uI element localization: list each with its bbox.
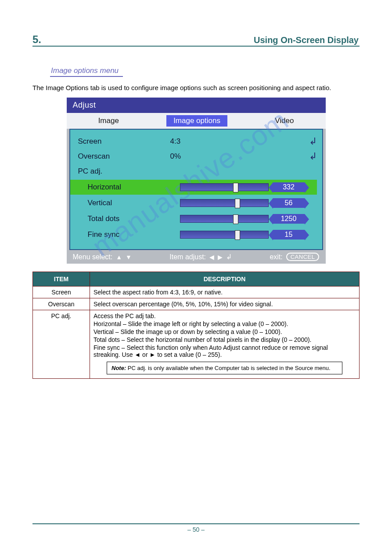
pcadj-desc-text: Access the PC adj tab. [94, 312, 356, 319]
osd-footer-item-adjust: Item adjust: ◀ ▶ ↲ [169, 253, 232, 261]
pcadj-sub-finesync: Fine sync – Select this function only wh… [94, 344, 356, 358]
slider-label: Horizontal [76, 183, 180, 192]
pcadj-sub-vertical: Vertical – Slide the image up or down by… [94, 328, 356, 335]
slider-cell: 15 [180, 230, 317, 239]
triangle-up-icon: ▲ [116, 254, 122, 261]
slider-track[interactable] [180, 199, 269, 207]
table-row: Overscan Select overscan percentage (0%,… [33, 298, 360, 310]
osd-window: Adjust Image Image options Video Screen … [67, 98, 326, 264]
pcadj-sublist: Horizontal – Slide the image left or rig… [94, 320, 356, 358]
menu-select-label: Menu select: [73, 253, 113, 261]
slider-value-badge: 15 [273, 230, 305, 239]
osd-panel: Screen 4:3 ↲ Overscan 0% ↲ PC adj. Horiz… [69, 129, 323, 250]
row-screen-name: Screen [33, 287, 90, 298]
slider-thumb[interactable] [233, 183, 238, 192]
osd-footer: Menu select: ▲ ▼ Item adjust: ◀ ▶ ↲ exit… [67, 250, 326, 264]
page-header: 5. Using On-Screen Display [32, 33, 360, 47]
slider-track[interactable] [180, 231, 269, 239]
item-adjust-label: Item adjust: [169, 253, 206, 261]
osd-footer-exit: exit: CANCEL [270, 253, 319, 261]
slider-thumb[interactable] [235, 199, 240, 208]
triangle-right-icon: ▶ [218, 254, 223, 261]
chapter-number: 5. [32, 33, 41, 46]
chapter-title: Using On-Screen Display [254, 35, 359, 45]
note-text: PC adj. is only available when the Compu… [128, 365, 331, 371]
row-pcadj-desc: Access the PC adj tab. Horizontal – Slid… [90, 310, 360, 379]
options-table: ITEM DESCRIPTION Screen Select the aspec… [32, 272, 360, 379]
triangle-down-icon: ▼ [126, 254, 132, 261]
page-number: – 50 – [32, 526, 360, 533]
slider-track[interactable] [180, 215, 269, 223]
slider-thumb[interactable] [235, 230, 240, 240]
osd-tab-image[interactable]: Image [91, 115, 126, 127]
osd-row-pcadj: PC adj. [76, 164, 317, 179]
osd-slider-row[interactable]: Fine sync15 [76, 227, 317, 242]
table-row: Screen Select the aspect ratio from 4:3,… [33, 287, 360, 298]
enter-icon: ↲ [297, 136, 317, 147]
osd-footer-menu-select: Menu select: ▲ ▼ [73, 253, 132, 261]
slider-track[interactable] [180, 183, 269, 191]
table-row: PC adj. Access the PC adj tab. Horizonta… [33, 310, 360, 379]
header-divider [32, 46, 360, 47]
exit-label: exit: [270, 253, 282, 261]
triangle-left-icon: ◀ [209, 254, 214, 261]
row-overscan-desc: Select overscan percentage (0%, 5%, 10%,… [90, 298, 360, 310]
footer-divider [32, 523, 360, 524]
osd-screen-value: 4:3 [170, 137, 297, 146]
slider-cell: 332 [180, 182, 317, 192]
manual-page: 5. Using On-Screen Display Image options… [0, 0, 392, 555]
slider-value-badge: 56 [273, 198, 305, 208]
slider-value-badge: 1250 [273, 214, 305, 224]
osd-slider-row[interactable]: Horizontal332 [76, 180, 317, 195]
osd-screen-label: Screen [76, 137, 170, 146]
slider-label: Vertical [76, 199, 180, 207]
osd-tab-image-options[interactable]: Image options [166, 115, 227, 127]
osd-slider-row[interactable]: Vertical56 [76, 196, 317, 210]
col-header-description: DESCRIPTION [90, 272, 360, 287]
osd-row-screen[interactable]: Screen 4:3 ↲ [76, 134, 317, 149]
enter-icon: ↲ [226, 253, 232, 261]
row-screen-desc: Select the aspect ratio from 4:3, 16:9, … [90, 287, 360, 298]
osd-slider-row[interactable]: Total dots1250 [76, 211, 317, 226]
osd-overscan-label: Overscan [76, 152, 170, 161]
slider-value-badge: 332 [273, 182, 305, 192]
pcadj-sub-horizontal: Horizontal – Slide the image left or rig… [94, 320, 356, 327]
osd-row-overscan[interactable]: Overscan 0% ↲ [76, 149, 317, 164]
slider-label: Fine sync [76, 230, 180, 239]
osd-tab-bar: Image Image options Video [67, 113, 326, 129]
osd-pcadj-label: PC adj. [76, 167, 170, 176]
slider-thumb[interactable] [233, 214, 238, 224]
osd-titlebar: Adjust [67, 98, 326, 113]
intro-paragraph: The Image Options tab is used to configu… [32, 84, 360, 91]
note-label: Note: [111, 365, 126, 371]
slider-label: Total dots [76, 214, 180, 223]
osd-tab-video[interactable]: Video [268, 115, 301, 127]
cancel-button-icon: CANCEL [286, 253, 320, 261]
row-pcadj-name: PC adj. [33, 310, 90, 379]
osd-overscan-value: 0% [170, 152, 297, 161]
note-box: Note: PC adj. is only available when the… [107, 362, 342, 374]
row-overscan-name: Overscan [33, 298, 90, 310]
page-footer: – 50 – [32, 523, 360, 533]
pcadj-sub-totaldots: Total dots – Select the horizontal numbe… [94, 336, 356, 343]
col-header-item: ITEM [33, 272, 90, 287]
slider-cell: 56 [180, 198, 317, 208]
slider-cell: 1250 [180, 214, 317, 224]
enter-icon: ↲ [297, 151, 317, 162]
section-heading-link[interactable]: Image options menu [50, 66, 123, 77]
